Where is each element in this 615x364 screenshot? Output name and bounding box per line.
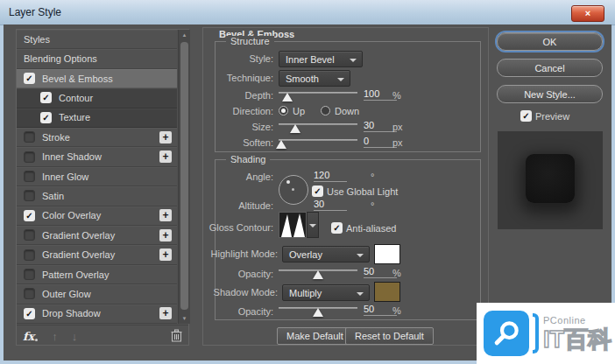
watermark: PConline IT百科 [477, 303, 615, 364]
highlight-color-swatch[interactable] [374, 244, 400, 264]
direction-up-label[interactable]: Up [293, 106, 305, 116]
direction-down-label[interactable]: Down [335, 106, 359, 116]
ok-button[interactable]: OK [497, 32, 603, 51]
checkbox-unchecked-icon[interactable] [24, 249, 35, 261]
add-effect-button[interactable]: + [159, 131, 172, 144]
gloss-contour-dropdown[interactable] [307, 212, 319, 238]
add-effect-button[interactable]: + [159, 229, 172, 242]
style-label: Style: [249, 53, 273, 64]
chevron-down-icon [357, 254, 364, 257]
slider-thumb[interactable] [276, 140, 286, 149]
checkbox-unchecked-icon[interactable] [24, 288, 35, 299]
sidebar-item-satin[interactable]: Satin [17, 186, 177, 206]
angle-label: Angle: [246, 172, 273, 182]
cancel-button[interactable]: Cancel [497, 59, 603, 77]
styles-list: StylesBlending Options✓Bevel & Emboss✓Co… [17, 30, 177, 324]
checkbox-unchecked-icon[interactable] [24, 171, 35, 182]
close-button[interactable]: × [571, 5, 604, 22]
fx-icon[interactable]: fx [23, 330, 34, 343]
angle-dial[interactable] [279, 175, 308, 205]
highlight-opacity-slider[interactable] [279, 265, 357, 277]
reset-to-default-button[interactable]: Reset to Default [345, 327, 434, 345]
soften-slider[interactable] [279, 135, 357, 147]
altitude-value-field[interactable]: 30 [314, 199, 347, 211]
angle-dial-center [292, 188, 294, 191]
sidebar-item-texture[interactable]: ✓Texture [17, 108, 177, 128]
shadow-color-swatch[interactable] [374, 282, 400, 302]
style-dropdown[interactable]: Inner Bevel [279, 51, 363, 67]
sidebar-item-blending-options[interactable]: Blending Options [17, 49, 177, 68]
checkbox-unchecked-icon[interactable] [24, 269, 35, 280]
gloss-contour-thumbnail[interactable] [279, 212, 307, 238]
shadow-opacity-slider[interactable] [279, 303, 357, 315]
move-effect-down-icon[interactable]: ↓ [72, 330, 78, 343]
slider-thumb[interactable] [290, 124, 300, 133]
sidebar-item-drop-shadow[interactable]: ✓Drop Shadow+ [17, 304, 177, 324]
watermark-title: IT百科 [543, 328, 611, 352]
depth-slider[interactable] [279, 88, 357, 100]
scrollbar-thumb[interactable] [180, 42, 188, 310]
checkbox-checked-icon[interactable]: ✓ [24, 308, 35, 319]
styles-scrollbar[interactable]: ▲ ▼ [178, 30, 190, 324]
checkbox-checked-icon[interactable]: ✓ [40, 112, 52, 123]
anti-aliased-label[interactable]: Anti-aliased [346, 223, 396, 234]
reset-to-default-label: Reset to Default [355, 331, 424, 341]
technique-dropdown[interactable]: Smooth [279, 70, 350, 87]
checkbox-checked-icon[interactable]: ✓ [24, 73, 35, 84]
direction-up-radio[interactable] [279, 106, 288, 116]
checkbox-unchecked-icon[interactable] [24, 131, 35, 143]
shadow-opacity-unit: % [392, 305, 401, 316]
cancel-label: Cancel [534, 63, 564, 74]
checkbox-unchecked-icon[interactable] [24, 190, 35, 201]
chevron-down-icon [337, 78, 344, 81]
size-slider[interactable] [279, 119, 357, 131]
angle-value-field[interactable]: 120 [314, 170, 347, 182]
slider-thumb[interactable] [282, 93, 293, 102]
scroll-down-icon[interactable]: ▼ [179, 313, 190, 324]
highlight-mode-dropdown[interactable]: Overlay [282, 246, 370, 262]
shadow-mode-dropdown[interactable]: Multiply [282, 284, 370, 301]
magnifier-icon [489, 316, 524, 351]
sidebar-item-contour[interactable]: ✓Contour [17, 88, 177, 108]
add-effect-button[interactable]: + [159, 307, 172, 319]
sidebar-item-inner-glow[interactable]: Inner Glow [17, 167, 177, 186]
checkbox-unchecked-icon[interactable] [24, 229, 35, 241]
scroll-up-icon[interactable]: ▲ [179, 30, 190, 40]
make-default-button[interactable]: Make Default [277, 327, 353, 345]
move-effect-up-icon[interactable]: ↑ [52, 330, 58, 343]
sidebar-item-gradient-overlay[interactable]: Gradient Overlay+ [17, 245, 177, 264]
trash-icon [171, 329, 182, 342]
add-effect-button[interactable]: + [159, 248, 172, 261]
technique-label: Technique: [227, 73, 273, 83]
new-style-button[interactable]: New Style... [497, 85, 603, 103]
sidebar-item-color-overlay[interactable]: ✓Color Overlay+ [17, 206, 177, 226]
fx-menu-dot [35, 339, 38, 341]
preview-checkbox[interactable]: ✓ [520, 110, 532, 122]
add-effect-button[interactable]: + [159, 150, 172, 163]
sidebar-item-gradient-overlay[interactable]: Gradient Overlay+ [17, 226, 177, 245]
soften-label: Soften: [243, 137, 273, 148]
chevron-down-icon [357, 292, 364, 296]
angle-unit: ° [371, 172, 374, 182]
use-global-light-checkbox[interactable]: ✓ [312, 186, 323, 197]
sidebar-item-pattern-overlay[interactable]: Pattern Overlay [17, 265, 177, 284]
slider-thumb[interactable] [313, 270, 323, 279]
anti-aliased-checkbox[interactable]: ✓ [331, 222, 343, 234]
delete-effect-button[interactable] [171, 329, 182, 344]
watermark-brand: PConline [543, 316, 611, 326]
direction-down-radio[interactable] [321, 106, 330, 116]
sidebar-item-outer-glow[interactable]: Outer Glow [17, 284, 177, 304]
slider-thumb[interactable] [313, 308, 323, 317]
sidebar-item-styles[interactable]: Styles [17, 30, 177, 49]
shading-legend: Shading [226, 154, 270, 164]
checkbox-checked-icon[interactable]: ✓ [24, 210, 35, 221]
add-effect-button[interactable]: + [159, 209, 172, 221]
use-global-light-label[interactable]: Use Global Light [327, 186, 398, 197]
checkbox-unchecked-icon[interactable] [24, 151, 35, 163]
sidebar-item-stroke[interactable]: Stroke+ [17, 128, 177, 147]
preview-label[interactable]: Preview [535, 111, 569, 122]
sidebar-item-bevel-emboss[interactable]: ✓Bevel & Emboss [17, 69, 177, 88]
title-bar[interactable]: Layer Style × [0, 0, 615, 25]
checkbox-checked-icon[interactable]: ✓ [40, 92, 52, 103]
sidebar-item-inner-shadow[interactable]: Inner Shadow+ [17, 147, 177, 166]
